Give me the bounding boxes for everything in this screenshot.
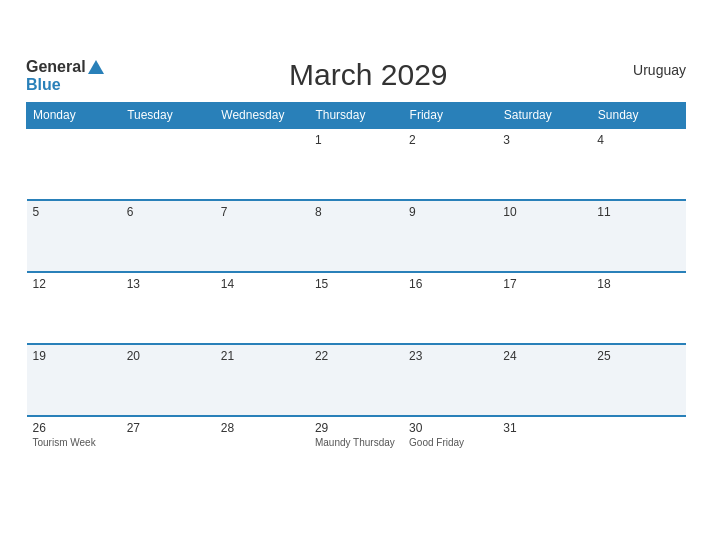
calendar-cell: 27 [121,416,215,488]
weekday-header-row: MondayTuesdayWednesdayThursdayFridaySatu… [27,102,686,128]
day-number: 29 [315,421,397,435]
day-number: 22 [315,349,397,363]
day-number: 6 [127,205,209,219]
calendar-cell: 26Tourism Week [27,416,121,488]
calendar-container: General Blue March 2029 Uruguay MondayTu… [11,48,701,503]
day-number: 11 [597,205,679,219]
calendar-cell [215,128,309,200]
week-row-4: 19202122232425 [27,344,686,416]
calendar-cell: 9 [403,200,497,272]
day-number: 27 [127,421,209,435]
calendar-cell: 11 [591,200,685,272]
country-label: Uruguay [633,58,686,78]
day-number: 12 [33,277,115,291]
day-number: 30 [409,421,491,435]
calendar-cell: 19 [27,344,121,416]
week-row-3: 12131415161718 [27,272,686,344]
day-number: 4 [597,133,679,147]
calendar-cell: 24 [497,344,591,416]
calendar-cell: 25 [591,344,685,416]
day-number: 17 [503,277,585,291]
calendar-cell: 23 [403,344,497,416]
day-number: 18 [597,277,679,291]
day-number: 2 [409,133,491,147]
month-title: March 2029 [104,58,633,92]
calendar-cell: 20 [121,344,215,416]
weekday-header-wednesday: Wednesday [215,102,309,128]
weekday-header-saturday: Saturday [497,102,591,128]
calendar-cell: 8 [309,200,403,272]
day-number: 19 [33,349,115,363]
calendar-header: General Blue March 2029 Uruguay [26,58,686,94]
calendar-cell [591,416,685,488]
day-number: 20 [127,349,209,363]
calendar-cell: 18 [591,272,685,344]
calendar-cell [121,128,215,200]
calendar-cell: 22 [309,344,403,416]
day-number: 13 [127,277,209,291]
day-number: 26 [33,421,115,435]
calendar-cell [27,128,121,200]
calendar-cell: 16 [403,272,497,344]
day-number: 24 [503,349,585,363]
event-label: Maundy Thursday [315,437,397,448]
week-row-2: 567891011 [27,200,686,272]
calendar-cell: 7 [215,200,309,272]
logo-triangle-icon [88,60,104,74]
calendar-cell: 5 [27,200,121,272]
weekday-header-thursday: Thursday [309,102,403,128]
weekday-header-sunday: Sunday [591,102,685,128]
calendar-cell: 3 [497,128,591,200]
day-number: 10 [503,205,585,219]
weekday-header-tuesday: Tuesday [121,102,215,128]
logo-blue-text: Blue [26,76,61,94]
calendar-cell: 28 [215,416,309,488]
week-row-1: 1234 [27,128,686,200]
day-number: 8 [315,205,397,219]
day-number: 16 [409,277,491,291]
day-number: 1 [315,133,397,147]
event-label: Good Friday [409,437,491,448]
calendar-cell: 12 [27,272,121,344]
calendar-cell: 4 [591,128,685,200]
day-number: 21 [221,349,303,363]
day-number: 3 [503,133,585,147]
calendar-cell: 15 [309,272,403,344]
calendar-cell: 30Good Friday [403,416,497,488]
logo-general-text: General [26,58,86,76]
calendar-grid: MondayTuesdayWednesdayThursdayFridaySatu… [26,102,686,488]
calendar-cell: 21 [215,344,309,416]
calendar-cell: 17 [497,272,591,344]
day-number: 23 [409,349,491,363]
calendar-cell: 14 [215,272,309,344]
calendar-cell: 2 [403,128,497,200]
day-number: 7 [221,205,303,219]
calendar-cell: 10 [497,200,591,272]
day-number: 25 [597,349,679,363]
week-row-5: 26Tourism Week272829Maundy Thursday30Goo… [27,416,686,488]
event-label: Tourism Week [33,437,115,448]
logo: General Blue [26,58,104,94]
calendar-cell: 31 [497,416,591,488]
weekday-header-friday: Friday [403,102,497,128]
day-number: 14 [221,277,303,291]
calendar-cell: 29Maundy Thursday [309,416,403,488]
day-number: 28 [221,421,303,435]
day-number: 5 [33,205,115,219]
day-number: 31 [503,421,585,435]
calendar-cell: 13 [121,272,215,344]
weekday-header-monday: Monday [27,102,121,128]
calendar-cell: 6 [121,200,215,272]
day-number: 15 [315,277,397,291]
calendar-cell: 1 [309,128,403,200]
day-number: 9 [409,205,491,219]
